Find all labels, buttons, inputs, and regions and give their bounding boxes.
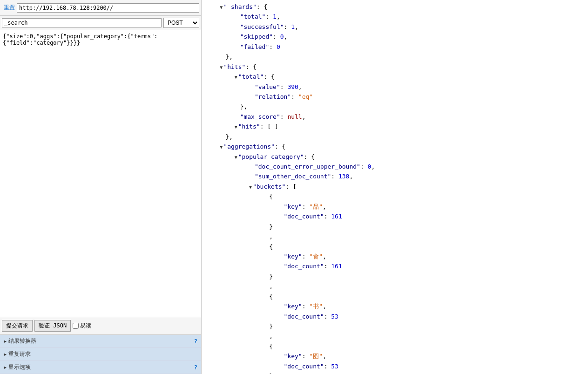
toggle-icon[interactable]: ▼ [220,5,223,10]
json-line: ▼"aggregations": { [205,142,584,151]
json-line: { [205,341,584,351]
toggle-icon[interactable]: ▼ [220,144,223,150]
json-line: "max_score": null, [205,112,584,122]
section-label: 显示选项 [8,363,31,371]
json-line: }, [205,52,584,61]
json-line: } [205,222,584,231]
body-textarea[interactable] [0,30,201,317]
json-line: } [205,321,584,331]
json-line: }, [205,102,584,111]
json-line: ▼"_shards": { [205,2,584,12]
json-line: "value": 390, [205,82,584,92]
json-line: "key": "图", [205,351,584,361]
json-line: ▼"popular_category": { [205,152,584,162]
json-line: "sum_other_doc_count": 138, [205,171,584,181]
endpoint-input[interactable] [2,18,162,27]
left-panel: 重置 GET POST PUT DELETE HEAD 提交请求 验证 JSON… [0,0,202,374]
easy-read-text: 易读 [80,322,91,330]
triangle-icon: ▶ [4,365,7,370]
help-icon[interactable]: ? [194,364,197,371]
json-line: "key": "品", [205,202,584,211]
breadcrumb-link[interactable]: 重置 [2,3,17,13]
submit-button[interactable]: 提交请求 [2,320,33,332]
json-line: } [205,272,584,281]
json-line: , [205,231,584,241]
validate-button[interactable]: 验证 JSON [34,320,71,332]
json-line: ▼"buckets": [ [205,182,584,191]
url-input[interactable] [17,3,199,13]
json-line: { [205,292,584,301]
sidebar-section-resend-request[interactable]: ▶重复请求 [0,348,201,361]
section-label: 结果转换器 [8,337,36,345]
sidebar-sections: ▶结果转换器?▶重复请求▶显示选项? [0,335,201,374]
toggle-icon[interactable]: ▼ [235,124,237,129]
url-bar: 重置 [0,0,201,16]
sidebar-section-result-transformer[interactable]: ▶结果转换器? [0,335,201,348]
help-icon[interactable]: ? [194,338,197,345]
toggle-icon[interactable]: ▼ [220,65,223,70]
json-line: } [205,371,584,374]
json-output: ▼"_shards": { "total": 1, "successful": … [205,2,584,374]
json-line: { [205,242,584,252]
json-line: ▼"total": { [205,72,584,82]
json-line: "skipped": 0, [205,32,584,41]
json-line: "total": 1, [205,12,584,21]
json-line: "doc_count": 161 [205,261,584,271]
toggle-icon[interactable]: ▼ [235,155,237,160]
json-line: , [205,281,584,291]
method-select[interactable]: GET POST PUT DELETE HEAD [163,18,199,28]
json-line: "doc_count_error_upper_bound": 0, [205,162,584,171]
toggle-icon[interactable]: ▼ [249,184,252,190]
json-line: }, [205,132,584,142]
right-panel: ▼"_shards": { "total": 1, "successful": … [202,0,588,374]
json-line: ▼"hits": { [205,62,584,72]
json-line: ▼"hits": [ ] [205,122,584,131]
easy-read-label[interactable]: 易读 [73,322,91,330]
triangle-icon: ▶ [4,339,7,344]
json-line: "key": "书", [205,301,584,311]
json-line: "doc_count": 53 [205,312,584,321]
json-line: "relation": "eq" [205,92,584,102]
json-line: "doc_count": 161 [205,211,584,221]
easy-read-checkbox[interactable] [73,323,79,329]
sidebar-section-display-options[interactable]: ▶显示选项? [0,361,201,374]
toggle-icon[interactable]: ▼ [235,75,237,80]
json-line: "successful": 1, [205,22,584,32]
json-line: { [205,191,584,201]
json-line: "doc_count": 53 [205,361,584,371]
action-bar: 提交请求 验证 JSON 易读 [0,317,201,335]
json-line: "failed": 0 [205,42,584,52]
json-line: "key": "食", [205,252,584,261]
json-line: , [205,331,584,341]
section-label: 重复请求 [8,350,31,358]
triangle-icon: ▶ [4,352,7,357]
